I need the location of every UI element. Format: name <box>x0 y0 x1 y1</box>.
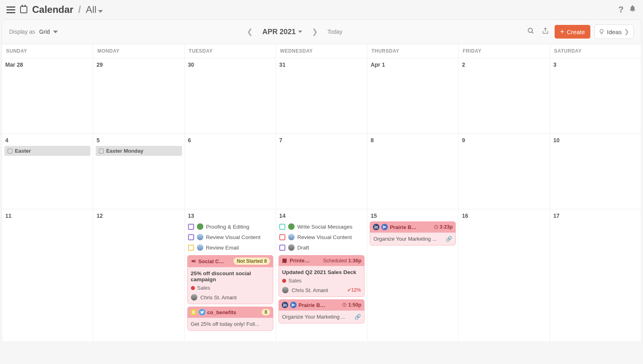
day-cell[interactable]: 11 <box>2 209 93 342</box>
checkbox[interactable] <box>188 234 194 240</box>
day-cell[interactable]: 3 <box>550 58 641 134</box>
day-cell[interactable]: 2 <box>459 58 550 134</box>
day-cell[interactable]: 6 <box>185 134 276 209</box>
task-item[interactable]: Review Email <box>187 242 273 253</box>
breadcrumb-sep: / <box>78 4 81 15</box>
avatar <box>288 244 295 251</box>
breadcrumb-sub[interactable]: All <box>86 4 103 15</box>
display-mode-select[interactable]: Grid <box>39 29 58 35</box>
today-button[interactable]: Today <box>328 29 342 35</box>
checkbox[interactable] <box>188 224 194 230</box>
count-badge: 8 <box>262 309 270 315</box>
card-title: Updated Q2 2021 Sales Deck <box>282 269 361 275</box>
display-as-label: Display as <box>9 29 35 35</box>
calendar-small-icon <box>99 149 104 153</box>
day-cell[interactable]: 16 <box>459 209 550 342</box>
day-cell[interactable]: 10 <box>550 134 641 209</box>
next-month-button[interactable]: ❯ <box>306 27 324 36</box>
time-label: 3:23p <box>434 224 453 230</box>
day-cell[interactable]: 30 <box>185 58 276 134</box>
prev-month-button[interactable]: ❮ <box>241 27 258 36</box>
page-title: Calendar / All <box>32 4 103 15</box>
help-icon[interactable]: ? <box>618 4 624 15</box>
card-title: 25% off discount social campaign <box>191 270 270 282</box>
day-cell[interactable]: 12 <box>93 209 184 342</box>
day-cell[interactable]: 9 <box>459 134 550 209</box>
avatar <box>197 234 203 240</box>
checkbox[interactable] <box>188 245 194 251</box>
day-cell[interactable]: 4 Easter <box>2 134 93 209</box>
progress-pct: ✔12% <box>347 287 361 293</box>
avatar <box>197 223 203 230</box>
app-name: Calendar <box>32 4 74 15</box>
channel-icon: in <box>373 224 379 230</box>
social-card[interactable]: in Prairie Ben... 1:50p Organize Your Ma… <box>278 299 365 323</box>
svg-line-1 <box>532 32 533 33</box>
month-picker[interactable]: APR 2021 <box>262 28 302 36</box>
megaphone-icon <box>190 258 196 264</box>
svg-point-0 <box>528 28 532 33</box>
notifications-icon[interactable] <box>629 4 637 15</box>
plus-icon: + <box>560 28 565 35</box>
avatar <box>282 287 289 293</box>
chevron-right-icon: ❯ <box>624 28 629 35</box>
day-cell[interactable]: 13 Proofing & Editing Review Visual Cont… <box>185 209 276 342</box>
category-dot <box>282 279 286 283</box>
task-item[interactable]: Proofing & Editing <box>187 221 273 232</box>
day-cell[interactable]: 31 <box>276 58 367 134</box>
day-cell[interactable]: 17 <box>550 209 641 342</box>
project-card[interactable]: Social Ca... Not Started 8 25% off disco… <box>187 255 273 304</box>
channel-icon: B <box>190 309 197 315</box>
day-cell[interactable]: 29 <box>93 58 184 134</box>
day-header: TUESDAY <box>185 44 276 58</box>
category-dot <box>191 286 195 290</box>
day-cell[interactable]: 7 <box>276 134 367 209</box>
share-icon[interactable] <box>540 27 551 37</box>
avatar <box>197 244 203 251</box>
day-header: MONDAY <box>93 44 184 58</box>
twitter-icon <box>199 309 205 315</box>
day-header: WEDNESDAY <box>276 44 367 58</box>
avatar <box>288 234 295 240</box>
calendar-grid: SUNDAY MONDAY TUESDAY WEDNESDAY THURSDAY… <box>2 44 641 342</box>
channel-icon: in <box>282 302 288 308</box>
day-cell[interactable]: 15 in Prairie Ben... 3:23p Organize Your… <box>367 209 459 342</box>
day-cell[interactable]: Apr 1 <box>367 58 459 134</box>
day-header: THURSDAY <box>367 44 459 58</box>
ideas-button[interactable]: Ideas ❯ <box>594 25 634 39</box>
calendar-small-icon <box>8 149 12 153</box>
social-card[interactable]: in Prairie Ben... 3:23p Organize Your Ma… <box>370 221 456 245</box>
task-item[interactable]: Write Social Messages <box>278 221 365 232</box>
link-icon: 🔗 <box>354 314 361 320</box>
avatar <box>288 223 295 230</box>
holiday-event[interactable]: Easter Monday <box>96 146 182 156</box>
project-card[interactable]: Printed... Scheduled 1:36p Updated Q2 20… <box>278 255 365 297</box>
bulb-icon <box>599 29 604 35</box>
checkbox[interactable] <box>279 245 285 251</box>
send-icon <box>381 224 388 230</box>
checkbox[interactable] <box>279 234 285 240</box>
day-cell[interactable]: 14 Write Social Messages Review Visual C… <box>276 209 367 342</box>
task-item[interactable]: Draft <box>278 242 365 253</box>
day-cell[interactable]: Mar 28 <box>2 58 93 134</box>
task-item[interactable]: Review Visual Content <box>278 232 365 242</box>
map-icon <box>282 258 287 264</box>
avatar <box>191 294 197 301</box>
calendar-icon <box>20 6 27 13</box>
create-button[interactable]: + Create <box>555 25 591 39</box>
link-icon: 🔗 <box>446 236 452 242</box>
menu-icon[interactable] <box>6 6 15 13</box>
checkbox[interactable] <box>279 224 285 230</box>
social-card[interactable]: B co_benefits 8 Get 25% off today only! … <box>187 307 273 331</box>
day-cell[interactable]: 5 Easter Monday <box>93 134 184 209</box>
send-icon <box>290 302 297 308</box>
day-cell[interactable]: 8 <box>367 134 459 209</box>
day-header: SATURDAY <box>550 44 641 58</box>
status-badge: Not Started 8 <box>233 258 270 265</box>
day-header: SUNDAY <box>2 44 93 58</box>
clock-icon <box>342 303 347 307</box>
holiday-event[interactable]: Easter <box>4 146 90 156</box>
search-icon[interactable] <box>526 27 536 37</box>
time-label: 1:50p <box>342 302 361 308</box>
task-item[interactable]: Review Visual Content <box>187 232 273 242</box>
